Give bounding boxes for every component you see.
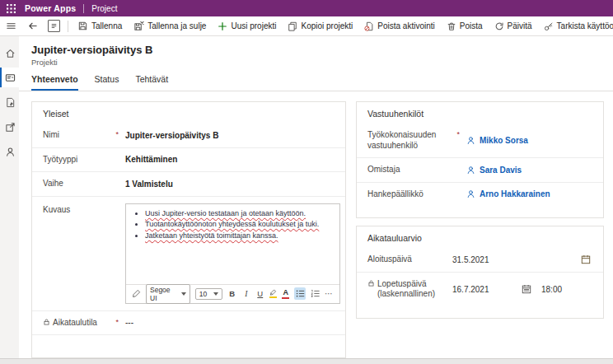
underline-button[interactable]: U: [255, 289, 264, 298]
field-label-tyotyyppi: Työtyyppi: [43, 155, 77, 166]
field-row-nimi: Nimi * Jupiter-versiopäivitys B: [32, 124, 345, 148]
deactivate-button[interactable]: Poista aktivointi: [358, 16, 440, 35]
caret-down-icon: [181, 292, 186, 296]
delete-button[interactable]: Poista: [441, 16, 489, 35]
highlight-color-button[interactable]: [269, 289, 277, 298]
field-label-vaihe: Vaihe: [43, 179, 63, 189]
app-name-label[interactable]: Project: [91, 4, 117, 13]
italic-button[interactable]: I: [241, 290, 250, 298]
field-value-nimi[interactable]: Jupiter-versiopäivitys B: [125, 131, 218, 140]
lookup-arno-hakkarainen[interactable]: Arno Hakkarainen: [466, 189, 550, 198]
field-label-aloituspaiva: Aloituspäivä: [367, 254, 412, 265]
header-divider: [83, 4, 84, 13]
format-painter-icon: [132, 289, 141, 298]
font-size-value: 10: [199, 290, 207, 298]
tab-status[interactable]: Status: [95, 74, 119, 91]
field-label-vastuuhenkilo: Työkokonaisuuden vastuuhenkilö: [367, 130, 455, 151]
richtext-editor[interactable]: Uusi Jupiter-versio testataan ja otetaan…: [125, 203, 340, 304]
field-value-tyotyyppi[interactable]: Kehittäminen: [125, 155, 177, 164]
person-icon: [466, 166, 475, 175]
record-title: Jupiter-versiopäivitys B: [31, 44, 613, 56]
record-entity-label: Projekti: [31, 58, 613, 67]
kuvaus-bullet-2: Tuotantokäyttöönoton yhteydessä koulutuk…: [145, 219, 333, 231]
field-value-lopetuspaiva: 16.7.2021: [452, 285, 522, 294]
tab-yhteenveto[interactable]: Yhteenveto: [31, 74, 78, 91]
nav-pinned-button[interactable]: [0, 92, 19, 112]
save-button[interactable]: Tallenna: [72, 16, 128, 35]
section-title-vastuuhenkilot: Vastuuhenkilöt: [357, 102, 603, 124]
field-label-kuvaus: Kuvaus: [43, 205, 70, 216]
hamburger-icon: [6, 21, 16, 31]
numbered-list-button[interactable]: [311, 289, 320, 298]
field-label-omistaja: Omistaja: [367, 165, 400, 175]
nav-projects-button[interactable]: [0, 117, 19, 137]
field-label-lopetuspaiva: Lopetuspäivä (laskennallinen): [377, 279, 446, 300]
save-and-close-button[interactable]: Tallenna ja sulje: [128, 16, 212, 35]
nav-hamburger-button[interactable]: [0, 16, 21, 35]
field-value-aikataulutila: ---: [125, 318, 133, 327]
nav-recent-button[interactable]: [0, 68, 19, 87]
format-painter-button[interactable]: [132, 289, 141, 298]
show-form-pane-button[interactable]: [43, 16, 64, 35]
back-arrow-icon: [27, 21, 38, 31]
section-yleiset: Yleiset Nimi * Jupiter-versiopäivitys B …: [31, 101, 346, 358]
font-family-select[interactable]: Segoe UI: [146, 284, 190, 304]
form-body: Yleiset Nimi * Jupiter-versiopäivitys B …: [19, 91, 613, 358]
brand-label[interactable]: Power Apps: [25, 3, 76, 13]
card-spacer: [357, 306, 603, 318]
font-size-select[interactable]: 10: [195, 288, 222, 300]
highlight-color-swatch: [269, 296, 277, 298]
kuvaus-bullet-3: Jatketaan yhteistyötä toimittajan kanssa…: [145, 231, 333, 242]
bullet-list-icon: [296, 289, 305, 298]
caret-down-icon: [213, 292, 218, 296]
card-spacer: [357, 206, 603, 217]
calendar-icon[interactable]: [581, 254, 591, 264]
toolbar-overflow-button[interactable]: ⋯: [325, 289, 334, 298]
field-label-nimi: Nimi: [43, 130, 59, 141]
person-icon: [466, 136, 475, 145]
field-value-aloituspaiva[interactable]: 31.5.2021: [452, 255, 522, 264]
field-value-vaihe[interactable]: 1 Valmistelu: [125, 180, 173, 189]
richtext-content[interactable]: Uusi Jupiter-versio testataan ja otetaan…: [126, 204, 339, 284]
refresh-button[interactable]: Päivitä: [489, 16, 538, 35]
section-title-aikatauluarvio: Aikatauluarvio: [357, 226, 603, 248]
lock-icon: [43, 318, 50, 326]
back-button[interactable]: [21, 16, 43, 35]
nav-home-button[interactable]: [0, 43, 19, 63]
calendar-icon[interactable]: [522, 284, 531, 294]
app-launcher-button[interactable]: [0, 0, 21, 16]
section-vastuuhenkilot: Vastuuhenkilöt Työkokonaisuuden vastuuhe…: [356, 101, 604, 218]
form-main: Jupiter-versiopäivitys B Projekti Yhteen…: [19, 36, 613, 358]
lookup-mikko-sorsa[interactable]: Mikko Sorsa: [466, 136, 528, 145]
box-arrow-icon: [5, 122, 16, 133]
field-row-omistaja: Omistaja Sara Davis: [357, 158, 603, 183]
font-family-value: Segoe UI: [150, 286, 175, 302]
font-color-button[interactable]: A: [282, 289, 289, 299]
required-marker: *: [115, 131, 119, 138]
office-header-bar: Power Apps Project: [0, 0, 613, 16]
save-and-close-icon: [133, 21, 144, 31]
field-row-kuvaus: Kuvaus Uusi Jupiter-versio testataan ja …: [32, 197, 345, 311]
section-title-yleiset: Yleiset: [32, 102, 345, 124]
app-shell: Jupiter-versiopäivitys B Projekti Yhteen…: [0, 36, 613, 358]
delete-icon: [447, 21, 456, 31]
left-nav-rail: [0, 36, 19, 358]
bullet-list-button[interactable]: [294, 287, 306, 300]
check-access-button[interactable]: Tarkista käyttöoikeus: [538, 16, 613, 35]
field-row-tyotyyppi: Työtyyppi Kehittäminen: [32, 148, 345, 173]
bold-button[interactable]: B: [227, 289, 236, 298]
plus-icon: [218, 21, 227, 31]
power-apps-window: Power Apps Project Tallenna: [0, 0, 613, 364]
lookup-sara-davis[interactable]: Sara Davis: [466, 166, 522, 175]
copy-project-button[interactable]: Kopioi projekti: [282, 16, 358, 35]
new-project-button[interactable]: Uusi projekti: [212, 16, 282, 35]
field-row-aloituspaiva: Aloituspäivä 31.5.2021: [357, 248, 603, 273]
lock-icon: [367, 279, 375, 287]
kuvaus-bullet-1: Uusi Jupiter-versio testataan ja otetaan…: [145, 208, 333, 220]
highlighter-icon: [269, 289, 277, 296]
waffle-icon: [7, 4, 16, 13]
copy-icon: [288, 21, 297, 31]
tab-tehtavat[interactable]: Tehtävät: [135, 74, 168, 91]
person-icon: [5, 147, 16, 157]
nav-people-button[interactable]: [0, 142, 19, 161]
